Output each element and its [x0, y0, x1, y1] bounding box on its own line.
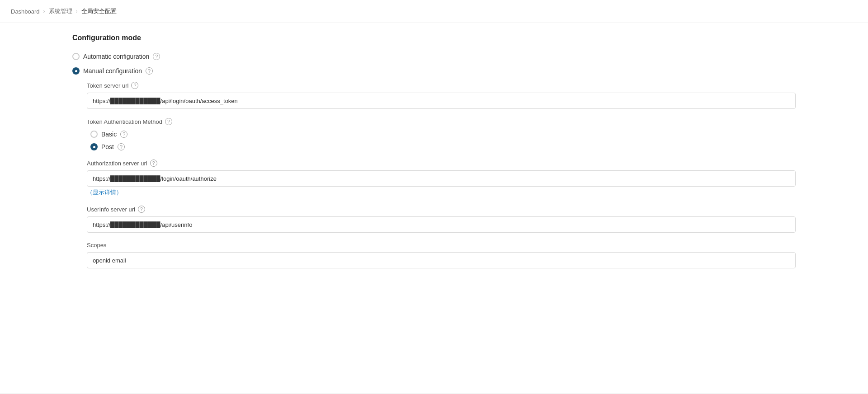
token-server-url-input[interactable]	[87, 93, 796, 109]
token-auth-method-help-icon[interactable]: ?	[165, 118, 172, 125]
token-auth-method-label-text: Token Authentication Method	[87, 118, 162, 125]
manual-config-help-icon[interactable]: ?	[146, 67, 153, 75]
manual-config-radio[interactable]	[72, 67, 80, 75]
userinfo-server-url-label-text: UserInfo server url	[87, 206, 135, 213]
manual-config-radio-item[interactable]: Manual configuration ?	[72, 67, 796, 75]
basic-radio-item[interactable]: Basic ?	[90, 131, 796, 138]
auto-config-group: Automatic configuration ?	[72, 53, 796, 60]
manual-config-group: Manual configuration ? Token server url …	[72, 67, 796, 268]
token-auth-method-section: Token Authentication Method ? Basic ?	[87, 118, 796, 150]
auth-server-url-help-icon[interactable]: ?	[150, 159, 157, 167]
userinfo-server-url-group: UserInfo server url ?	[87, 206, 796, 233]
basic-help-icon[interactable]: ?	[120, 131, 127, 138]
auth-server-url-group: Authorization server url ? （显示详情）	[87, 159, 796, 197]
basic-radio[interactable]	[90, 131, 98, 138]
auth-server-url-label: Authorization server url ?	[87, 159, 796, 167]
auth-server-url-input[interactable]	[87, 170, 796, 187]
token-auth-options: Basic ? Post ?	[90, 131, 796, 150]
token-server-url-help-icon[interactable]: ?	[131, 82, 138, 89]
breadcrumb-dashboard[interactable]: Dashboard	[11, 8, 40, 15]
scopes-label-text: Scopes	[87, 242, 106, 249]
userinfo-server-url-input[interactable]	[87, 216, 796, 233]
post-radio-label: Post	[101, 143, 114, 150]
breadcrumb-system-manage[interactable]: 系统管理	[49, 7, 72, 15]
scopes-label: Scopes	[87, 242, 796, 249]
breadcrumb-sep-2: ›	[76, 8, 78, 14]
show-details-link[interactable]: （显示详情）	[87, 188, 122, 197]
manual-config-content: Token server url ? Token Authentication …	[87, 82, 796, 268]
post-help-icon[interactable]: ?	[118, 143, 125, 150]
breadcrumb: Dashboard › 系统管理 › 全局安全配置	[0, 0, 868, 23]
auto-config-radio[interactable]	[72, 53, 80, 60]
auto-config-help-icon[interactable]: ?	[153, 53, 160, 60]
token-server-url-group: Token server url ?	[87, 82, 796, 109]
post-radio[interactable]	[90, 143, 98, 150]
config-section: Configuration mode Automatic configurati…	[0, 23, 868, 288]
breadcrumb-sep-1: ›	[43, 8, 45, 14]
scopes-group: Scopes	[87, 242, 796, 268]
token-auth-method-label: Token Authentication Method ?	[87, 118, 796, 125]
breadcrumb-current: 全局安全配置	[81, 7, 117, 15]
userinfo-server-url-label: UserInfo server url ?	[87, 206, 796, 213]
post-radio-item[interactable]: Post ?	[90, 143, 796, 150]
manual-config-label: Manual configuration	[83, 67, 142, 75]
section-title: Configuration mode	[72, 34, 796, 42]
token-server-url-label-text: Token server url	[87, 82, 128, 89]
main-content: Configuration mode Automatic configurati…	[0, 23, 868, 393]
auth-server-url-label-text: Authorization server url	[87, 160, 147, 167]
auto-config-radio-item[interactable]: Automatic configuration ?	[72, 53, 796, 60]
token-server-url-label: Token server url ?	[87, 82, 796, 89]
auto-config-label: Automatic configuration	[83, 53, 149, 60]
basic-radio-label: Basic	[101, 131, 117, 138]
userinfo-server-url-help-icon[interactable]: ?	[138, 206, 145, 213]
scopes-input[interactable]	[87, 252, 796, 268]
